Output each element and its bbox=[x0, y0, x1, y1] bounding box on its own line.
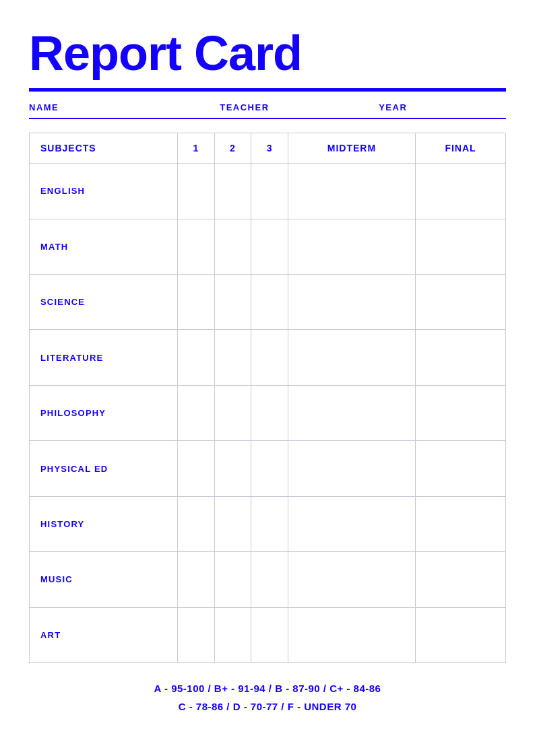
table-row: PHYSICAL ED bbox=[30, 441, 506, 496]
grades-table: SUBJECTS 1 2 3 MIDTERM FINAL ENGLISHMATH… bbox=[29, 133, 506, 663]
grade-cell-final bbox=[416, 385, 506, 440]
grade-cell-midterm bbox=[288, 441, 415, 496]
name-label: NAME bbox=[29, 102, 220, 112]
table-row: ART bbox=[30, 607, 506, 662]
grade-cell-final bbox=[416, 219, 506, 274]
page-title: Report Card bbox=[29, 27, 506, 80]
table-row: MATH bbox=[30, 219, 506, 274]
grade-cell-midterm bbox=[288, 275, 415, 330]
grade-cell-final bbox=[416, 330, 506, 385]
grade-cell-q2 bbox=[214, 496, 251, 551]
grade-cell-q2 bbox=[214, 330, 251, 385]
grade-cell-q1 bbox=[178, 607, 215, 662]
grade-scale-line2: C - 78-86 / D - 70-77 / F - UNDER 70 bbox=[29, 697, 506, 716]
grade-cell-q1 bbox=[178, 552, 215, 607]
grade-scale: A - 95-100 / B+ - 91-94 / B - 87-90 / C+… bbox=[29, 679, 506, 729]
col-header-q3: 3 bbox=[251, 133, 288, 164]
teacher-label: TEACHER bbox=[220, 102, 379, 112]
table-row: SCIENCE bbox=[30, 275, 506, 330]
grade-cell-midterm bbox=[288, 330, 415, 385]
subject-cell: MATH bbox=[30, 219, 178, 274]
grade-cell-q3 bbox=[251, 164, 288, 219]
info-row: NAME TEACHER YEAR bbox=[29, 102, 506, 118]
subject-cell: PHILOSOPHY bbox=[30, 385, 178, 440]
report-card-page: Report Card NAME TEACHER YEAR SUBJECTS 1… bbox=[0, 0, 535, 756]
table-row: PHILOSOPHY bbox=[30, 385, 506, 440]
col-header-midterm: MIDTERM bbox=[288, 133, 415, 164]
grade-cell-midterm bbox=[288, 219, 415, 274]
grade-cell-q1 bbox=[178, 164, 215, 219]
thick-divider bbox=[29, 88, 506, 92]
grade-cell-q1 bbox=[178, 441, 215, 496]
grade-cell-q3 bbox=[251, 607, 288, 662]
grade-cell-final bbox=[416, 496, 506, 551]
grade-cell-q2 bbox=[214, 607, 251, 662]
grade-cell-q2 bbox=[214, 219, 251, 274]
table-row: ENGLISH bbox=[30, 164, 506, 219]
grade-cell-q2 bbox=[214, 441, 251, 496]
grade-cell-q3 bbox=[251, 330, 288, 385]
col-header-final: FINAL bbox=[416, 133, 506, 164]
subject-cell: PHYSICAL ED bbox=[30, 441, 178, 496]
grade-cell-midterm bbox=[288, 607, 415, 662]
grade-cell-midterm bbox=[288, 385, 415, 440]
grade-cell-q1 bbox=[178, 385, 215, 440]
grade-cell-q1 bbox=[178, 219, 215, 274]
subject-cell: HISTORY bbox=[30, 496, 178, 551]
col-header-subjects: SUBJECTS bbox=[30, 133, 178, 164]
subject-cell: ENGLISH bbox=[30, 164, 178, 219]
grade-cell-midterm bbox=[288, 164, 415, 219]
grade-cell-q1 bbox=[178, 496, 215, 551]
grade-cell-q3 bbox=[251, 275, 288, 330]
subject-cell: SCIENCE bbox=[30, 275, 178, 330]
grade-cell-q3 bbox=[251, 219, 288, 274]
grade-cell-q3 bbox=[251, 441, 288, 496]
grade-cell-q1 bbox=[178, 330, 215, 385]
table-row: MUSIC bbox=[30, 552, 506, 607]
grade-cell-q3 bbox=[251, 385, 288, 440]
grade-cell-q2 bbox=[214, 275, 251, 330]
grade-cell-q3 bbox=[251, 496, 288, 551]
subject-cell: ART bbox=[30, 607, 178, 662]
grade-cell-final bbox=[416, 441, 506, 496]
grade-cell-q2 bbox=[214, 164, 251, 219]
table-row: LITERATURE bbox=[30, 330, 506, 385]
col-header-q2: 2 bbox=[214, 133, 251, 164]
grade-scale-line1: A - 95-100 / B+ - 91-94 / B - 87-90 / C+… bbox=[29, 679, 506, 697]
table-header-row: SUBJECTS 1 2 3 MIDTERM FINAL bbox=[30, 133, 506, 164]
table-row: HISTORY bbox=[30, 496, 506, 551]
grade-cell-final bbox=[416, 164, 506, 219]
subject-cell: MUSIC bbox=[30, 552, 178, 607]
grade-cell-q3 bbox=[251, 552, 288, 607]
grade-cell-q2 bbox=[214, 552, 251, 607]
thin-divider bbox=[29, 118, 506, 119]
grade-cell-final bbox=[416, 275, 506, 330]
subject-cell: LITERATURE bbox=[30, 330, 178, 385]
grade-cell-final bbox=[416, 607, 506, 662]
grade-cell-midterm bbox=[288, 552, 415, 607]
col-header-q1: 1 bbox=[178, 133, 215, 164]
grade-cell-q1 bbox=[178, 275, 215, 330]
grade-cell-q2 bbox=[214, 385, 251, 440]
year-label: YEAR bbox=[379, 102, 506, 112]
grade-cell-midterm bbox=[288, 496, 415, 551]
grade-cell-final bbox=[416, 552, 506, 607]
